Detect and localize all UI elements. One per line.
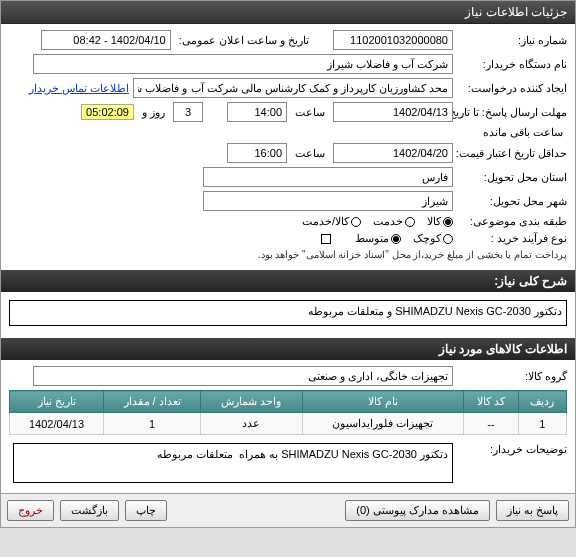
table-row[interactable]: 1 -- تجهیزات فلورایداسیون عدد 1 1402/04/… [10, 413, 567, 435]
time-label-1: ساعت [295, 106, 325, 119]
cell-date: 1402/04/13 [10, 413, 104, 435]
validity-label: حداقل تاریخ اعتبار قیمت: تا تاریخ: [457, 147, 567, 160]
th-date: تاریخ نیاز [10, 391, 104, 413]
days-remain-input[interactable] [173, 102, 203, 122]
panel-title: جزئیات اطلاعات نیاز [1, 1, 575, 24]
items-table: ردیف کد کالا نام کالا واحد شمارش تعداد /… [9, 390, 567, 435]
cell-idx: 1 [518, 413, 566, 435]
cat-goods-service-radio[interactable]: کالا/خدمت [302, 215, 361, 228]
need-no-input[interactable] [333, 30, 453, 50]
validity-time-input[interactable] [227, 143, 287, 163]
th-idx: ردیف [518, 391, 566, 413]
days-remain-label: روز و [142, 106, 165, 119]
general-desc-value: دتکتور SHIMADZU Nexis GC-2030 و متعلقات … [9, 300, 567, 326]
radio-icon [351, 217, 361, 227]
validity-date-input[interactable] [333, 143, 453, 163]
checkbox-icon [321, 234, 331, 244]
radio-icon [405, 217, 415, 227]
th-qty: تعداد / مقدار [104, 391, 201, 413]
cell-qty: 1 [104, 413, 201, 435]
countdown-value: 05:02:09 [81, 104, 134, 120]
exit-button[interactable]: خروج [7, 500, 54, 521]
reply-button[interactable]: پاسخ به نیاز [496, 500, 569, 521]
process-label: نوع فرآیند خرید : [457, 232, 567, 245]
deadline-date-input[interactable] [333, 102, 453, 122]
th-unit: واحد شمارش [201, 391, 302, 413]
th-name: نام کالا [302, 391, 464, 413]
th-code: کد کالا [464, 391, 518, 413]
proc-small-radio[interactable]: کوچک [413, 232, 453, 245]
payment-note: پرداخت تمام یا بخشی از مبلغ خرید،از محل … [258, 249, 567, 260]
general-desc-header: شرح کلی نیاز: [1, 270, 575, 292]
time-label-2: ساعت [295, 147, 325, 160]
proc-medium-radio[interactable]: متوسط [355, 232, 401, 245]
back-button[interactable]: بازگشت [60, 500, 119, 521]
footer-bar: پاسخ به نیاز مشاهده مدارک پیوستی (0) چاپ… [1, 493, 575, 527]
creator-label: ایجاد کننده درخواست: [457, 82, 567, 95]
city-input[interactable] [203, 191, 453, 211]
goods-info-header: اطلاعات کالاهای مورد نیاز [1, 338, 575, 360]
contact-buyer-link[interactable]: اطلاعات تماس خریدار [29, 82, 129, 95]
cat-service-radio[interactable]: خدمت [373, 215, 415, 228]
cat-goods-radio[interactable]: کالا [427, 215, 453, 228]
goods-group-input[interactable] [33, 366, 453, 386]
category-label: طبقه بندی موضوعی: [457, 215, 567, 228]
payment-check[interactable] [321, 234, 331, 244]
city-label: شهر محل تحویل: [457, 195, 567, 208]
buyer-label: نام دستگاه خریدار: [457, 58, 567, 71]
cell-unit: عدد [201, 413, 302, 435]
buyer-notes-textarea[interactable] [13, 443, 453, 483]
cell-name: تجهیزات فلورایداسیون [302, 413, 464, 435]
radio-icon [443, 217, 453, 227]
cell-code: -- [464, 413, 518, 435]
announce-label: تاریخ و ساعت اعلان عمومی: [179, 34, 309, 47]
province-label: استان محل تحویل: [457, 171, 567, 184]
creator-input[interactable] [133, 78, 453, 98]
print-button[interactable]: چاپ [125, 500, 167, 521]
countdown-label: ساعت باقی مانده [483, 126, 563, 139]
announce-input[interactable] [41, 30, 171, 50]
province-input[interactable] [203, 167, 453, 187]
attachments-button[interactable]: مشاهده مدارک پیوستی (0) [345, 500, 490, 521]
deadline-time-input[interactable] [227, 102, 287, 122]
buyer-input[interactable] [33, 54, 453, 74]
need-no-label: شماره نیاز: [457, 34, 567, 47]
buyer-notes-label: توضیحات خریدار: [457, 443, 567, 456]
deadline-send-label: مهلت ارسال پاسخ: تا تاریخ: [457, 106, 567, 119]
radio-icon [391, 234, 401, 244]
form-area: شماره نیاز: تاریخ و ساعت اعلان عمومی: نا… [1, 24, 575, 270]
radio-icon [443, 234, 453, 244]
goods-group-label: گروه کالا: [457, 370, 567, 383]
details-panel: جزئیات اطلاعات نیاز شماره نیاز: تاریخ و … [0, 0, 576, 528]
